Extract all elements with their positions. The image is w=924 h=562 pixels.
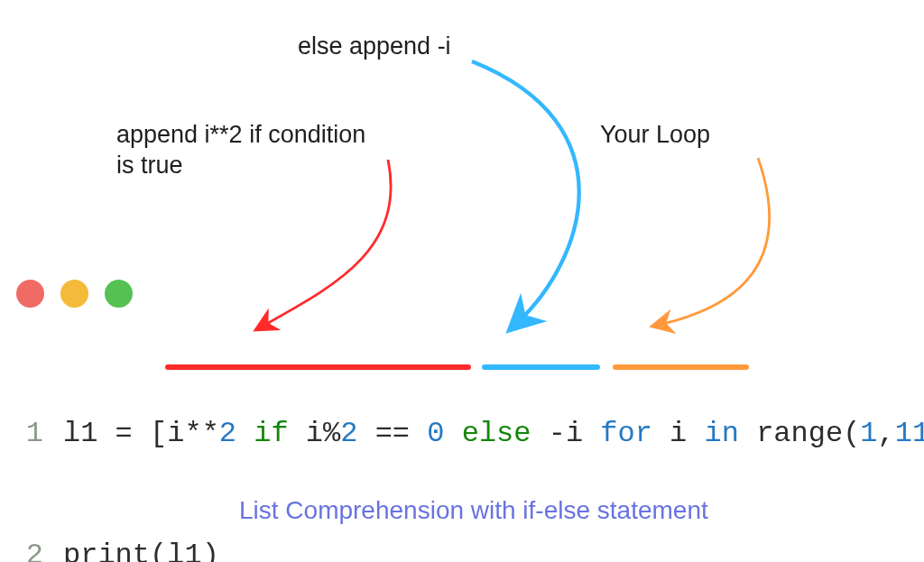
dot-close: [16, 280, 44, 308]
underline-else: [482, 364, 600, 370]
dot-minimize: [60, 280, 88, 308]
arrow-loop: [632, 153, 830, 343]
line-number: 2: [16, 535, 43, 562]
underline-loop: [613, 364, 749, 370]
diagram-caption: List Comprehension with if-else statemen…: [239, 496, 708, 525]
diagram-canvas: else append -i append i**2 if condition …: [0, 0, 924, 562]
arrow-else: [458, 52, 657, 341]
code-line-1: 1l1 = [i**2 if i%2 == 0 else -i for i in…: [16, 413, 924, 454]
line-number: 1: [16, 413, 43, 454]
annotation-else: else append -i: [298, 32, 451, 62]
window-controls: [16, 280, 133, 308]
arrow-if: [235, 151, 433, 349]
code-line-2: 2print(l1): [16, 535, 924, 562]
dot-zoom: [105, 280, 133, 308]
underline-if-condition: [165, 364, 471, 370]
